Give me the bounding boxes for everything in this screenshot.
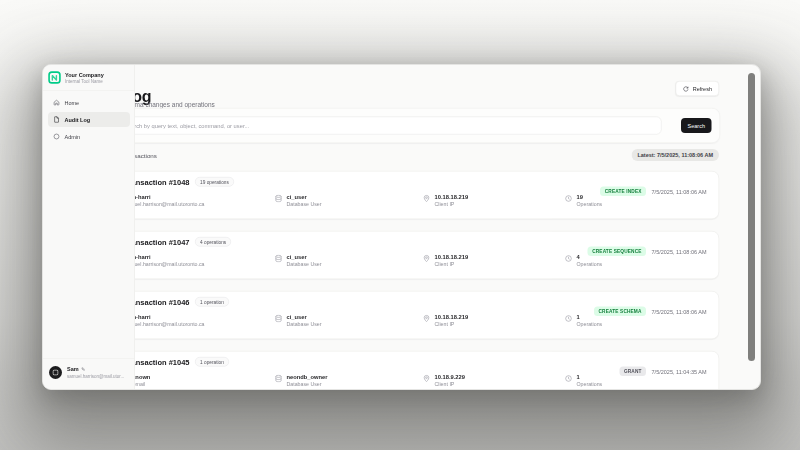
db-user: ci_user (287, 314, 322, 320)
db-user: ci_user (287, 194, 322, 200)
transaction-card[interactable]: Transaction #1048 19 operations sam-harr… (112, 171, 719, 219)
operations-label: Operations (577, 201, 603, 207)
clock-icon (565, 315, 573, 323)
operations-count: 19 (577, 194, 603, 200)
operations-label: Operations (577, 381, 603, 387)
sidebar-item-label: Audit Log (65, 117, 91, 123)
db-user-label: Database User (287, 321, 322, 327)
action-badge: GRANT (619, 367, 646, 377)
avatar (49, 366, 62, 379)
search-section: Search (112, 108, 720, 143)
sidebar-item-audit-log[interactable]: Audit Log (48, 112, 130, 127)
operations-label: Operations (577, 321, 603, 327)
transaction-timestamp: 7/5/2025, 11:08:06 AM (652, 248, 707, 254)
operations-label: Operations (577, 261, 603, 267)
map-pin-icon (423, 375, 431, 383)
operations-count-pill: 4 operations (195, 237, 231, 247)
client-ip-label: Client IP (435, 201, 469, 207)
client-ip-column: 10.18.9.229 Client IP (423, 374, 465, 388)
avatar-logo-icon (53, 370, 59, 376)
search-input[interactable] (117, 117, 662, 135)
db-user-column: ci_user Database User (275, 194, 322, 208)
sidebar-item-label: Admin (65, 134, 81, 140)
scrollbar-thumb[interactable] (748, 73, 755, 361)
db-user-label: Database User (287, 381, 328, 387)
db-user-column: neondb_owner Database User (275, 374, 328, 388)
operations-count-pill: 1 operation (195, 357, 229, 367)
client-ip-column: 10.18.18.219 Client IP (423, 194, 469, 208)
database-icon (275, 315, 283, 323)
client-ip-label: Client IP (435, 381, 465, 387)
clock-icon (565, 195, 573, 203)
transaction-timestamp: 7/5/2025, 11:04:35 AM (652, 368, 707, 374)
user-name: sam-harri (125, 254, 205, 260)
client-ip-column: 10.18.18.219 Client IP (423, 254, 469, 268)
database-icon (275, 195, 283, 203)
main-pane: Audit Log Track schema changes and opera… (43, 65, 760, 389)
db-user-label: Database User (287, 201, 322, 207)
operations-column: 1 Operations (565, 374, 603, 388)
action-badge: CREATE SEQUENCE (588, 247, 646, 257)
clock-icon (565, 255, 573, 263)
edit-icon[interactable]: ✎ (81, 366, 85, 372)
company-header: Your Company Internal Tool Name (43, 65, 135, 91)
user-account-section[interactable]: Sam✎ samuel.harrison@mail.utor... (43, 358, 135, 389)
company-subtitle: Internal Tool Name (65, 79, 103, 84)
sidebar-item-home[interactable]: Home (48, 95, 130, 110)
document-icon (53, 116, 60, 123)
app-window: Audit Log Track schema changes and opera… (42, 64, 761, 390)
user-name: sam-harri (125, 194, 205, 200)
client-ip-label: Client IP (435, 321, 469, 327)
client-ip: 10.18.18.219 (435, 314, 469, 320)
db-user: ci_user (287, 254, 322, 260)
db-user-label: Database User (287, 261, 322, 267)
client-ip-column: 10.18.18.219 Client IP (423, 314, 469, 328)
company-name: Your Company (65, 72, 104, 78)
transaction-card[interactable]: Transaction #1046 1 operation sam-harri … (112, 291, 719, 339)
clock-icon (565, 375, 573, 383)
operations-count-pill: 19 operations (195, 177, 234, 187)
transaction-timestamp: 7/5/2025, 11:08:06 AM (652, 308, 707, 314)
map-pin-icon (423, 195, 431, 203)
user-column: sam-harri samuel.harrison@mail.utoronto.… (125, 194, 205, 208)
sidebar-nav: Home Audit Log Admin (48, 95, 130, 144)
user-column: sam-harri samuel.harrison@mail.utoronto.… (125, 254, 205, 268)
refresh-label: Refresh (693, 86, 712, 92)
refresh-button[interactable]: Refresh (676, 81, 719, 96)
operations-count-pill: 1 operation (195, 297, 229, 307)
user-name: Sam✎ (67, 366, 85, 372)
db-user-column: ci_user Database User (275, 314, 322, 328)
transaction-timestamp: 7/5/2025, 11:08:06 AM (652, 188, 707, 194)
db-user-column: ci_user Database User (275, 254, 322, 268)
sidebar-item-label: Home (65, 100, 80, 106)
user-name: sam-harri (125, 314, 205, 320)
action-badge: CREATE INDEX (600, 187, 646, 197)
operations-count: 1 (577, 374, 603, 380)
map-pin-icon (423, 315, 431, 323)
refresh-icon (683, 85, 690, 92)
client-ip-label: Client IP (435, 261, 469, 267)
client-ip: 10.18.18.219 (435, 254, 469, 260)
latest-timestamp-pill: Latest: 7/5/2025, 11:08:06 AM (631, 149, 719, 161)
sidebar-item-admin[interactable]: Admin (48, 129, 130, 144)
company-logo-icon (48, 71, 61, 84)
user-column: sam-harri samuel.harrison@mail.utoronto.… (125, 314, 205, 328)
user-email: samuel.harrison@mail.utoronto.ca (125, 201, 205, 207)
user-email: samuel.harrison@mail.utor... (67, 374, 124, 379)
user-email: samuel.harrison@mail.utoronto.ca (125, 261, 205, 267)
search-button[interactable]: Search (681, 118, 711, 133)
admin-icon (53, 133, 60, 140)
sidebar: Your Company Internal Tool Name Home Aud… (43, 65, 135, 389)
transaction-card[interactable]: Transaction #1045 1 operation Unknown No… (112, 351, 719, 390)
map-pin-icon (423, 255, 431, 263)
action-badge: CREATE SCHEMA (594, 307, 646, 317)
transaction-card[interactable]: Transaction #1047 4 operations sam-harri… (112, 231, 719, 279)
db-user: neondb_owner (287, 374, 328, 380)
database-icon (275, 375, 283, 383)
client-ip: 10.18.18.219 (435, 194, 469, 200)
operations-column: 19 Operations (565, 194, 603, 208)
client-ip: 10.18.9.229 (435, 374, 465, 380)
user-email: samuel.harrison@mail.utoronto.ca (125, 321, 205, 327)
database-icon (275, 255, 283, 263)
home-icon (53, 99, 60, 106)
